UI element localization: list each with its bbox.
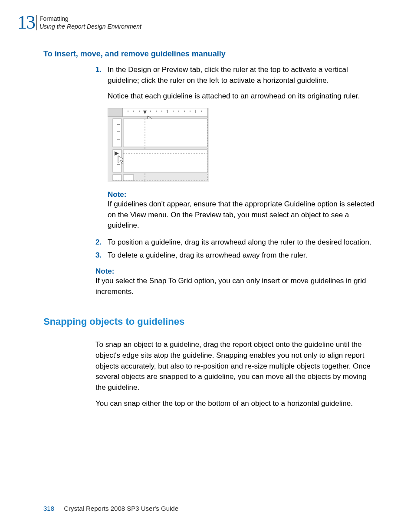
- step-number: 3.: [95, 250, 108, 261]
- chapter-number: 13: [17, 13, 35, 32]
- svg-rect-29: [123, 150, 207, 172]
- note-label: Note:: [95, 267, 375, 276]
- note-text: If guidelines don't appear, ensure that …: [108, 199, 375, 231]
- step-3: 3. To delete a guideline, drag its arrow…: [95, 250, 375, 261]
- svg-rect-18: [113, 119, 122, 147]
- step-1-followup: Notice that each guideline is attached t…: [108, 91, 375, 102]
- ruler-guideline-figure: 1: [108, 108, 209, 182]
- section-title: Using the Report Design Environment: [39, 23, 141, 30]
- svg-text:1: 1: [166, 109, 169, 114]
- body-paragraph: To snap an object to a guideline, drag t…: [95, 339, 375, 393]
- note-label: Note:: [108, 190, 375, 199]
- chapter-title: Formatting: [39, 15, 141, 23]
- step-number: 2.: [95, 237, 108, 248]
- step-text: To delete a guideline, drag its arrowhea…: [108, 250, 375, 261]
- step-1: 1. In the Design or Preview tab, click t…: [95, 65, 375, 86]
- svg-rect-2: [123, 108, 207, 117]
- header-titles: Formatting Using the Report Design Envir…: [36, 15, 141, 30]
- step-number: 1.: [95, 65, 108, 86]
- page-header: 13 Formatting Using the Report Design En…: [17, 13, 375, 32]
- svg-rect-1: [108, 108, 123, 117]
- svg-rect-31: [113, 175, 122, 181]
- heading-snapping-objects: Snapping objects to guidelines: [43, 316, 375, 327]
- doc-title: Crystal Reports 2008 SP3 User's Guide: [64, 505, 178, 512]
- step-text: To position a guideline, drag its arrowh…: [108, 237, 375, 248]
- step-text: In the Design or Preview tab, click the …: [108, 65, 375, 86]
- page-number: 318: [43, 505, 54, 512]
- heading-insert-guidelines: To insert, move, and remove guidelines m…: [43, 49, 375, 59]
- svg-rect-22: [123, 119, 207, 147]
- step-2: 2. To position a guideline, drag its arr…: [95, 237, 375, 248]
- page-footer: 318 Crystal Reports 2008 SP3 User's Guid…: [43, 505, 178, 512]
- note-text: If you select the Snap To Grid option, y…: [95, 276, 375, 297]
- body-paragraph: You can snap either the top or the botto…: [95, 398, 375, 409]
- svg-rect-32: [123, 175, 134, 181]
